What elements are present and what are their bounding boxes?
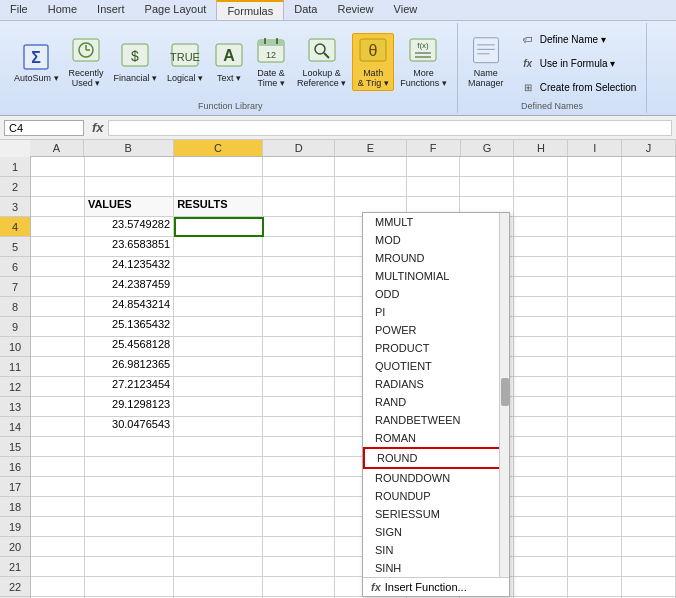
row-header-14[interactable]: 14 — [0, 417, 30, 437]
text-button[interactable]: A Text ▾ — [209, 39, 249, 86]
cell-a11[interactable] — [31, 357, 85, 377]
cell-j13[interactable] — [622, 397, 676, 417]
cell-g2[interactable] — [460, 177, 514, 197]
row-header-6[interactable]: 6 — [0, 257, 30, 277]
cell-d9[interactable] — [263, 317, 335, 337]
row-header-2[interactable]: 2 — [0, 177, 30, 197]
cell-a5[interactable] — [31, 237, 85, 257]
cell-i15[interactable] — [568, 437, 622, 457]
cell-j12[interactable] — [622, 377, 676, 397]
cell-a10[interactable] — [31, 337, 85, 357]
dropdown-item-quotient[interactable]: QUOTIENT — [363, 357, 509, 375]
cell-c1[interactable] — [174, 157, 263, 177]
cell-j10[interactable] — [622, 337, 676, 357]
row-header-12[interactable]: 12 — [0, 377, 30, 397]
cell-f2[interactable] — [407, 177, 461, 197]
cell-i9[interactable] — [568, 317, 622, 337]
cell-c6[interactable] — [174, 257, 263, 277]
cell-d14[interactable] — [263, 417, 335, 437]
cell-h2[interactable] — [514, 177, 568, 197]
cell-d19[interactable] — [263, 517, 335, 537]
col-header-d[interactable]: D — [263, 140, 335, 156]
cell-b5[interactable]: 23.6583851 — [85, 237, 174, 257]
cell-h1[interactable] — [514, 157, 568, 177]
cell-d2[interactable] — [263, 177, 335, 197]
cell-c8[interactable] — [174, 297, 263, 317]
cell-c19[interactable] — [174, 517, 263, 537]
cell-c3[interactable]: RESULTS — [174, 197, 263, 217]
cell-j7[interactable] — [622, 277, 676, 297]
col-header-h[interactable]: H — [514, 140, 568, 156]
name-box[interactable] — [4, 120, 84, 136]
cell-i11[interactable] — [568, 357, 622, 377]
cell-c2[interactable] — [174, 177, 263, 197]
cell-i22[interactable] — [568, 577, 622, 597]
cell-g1[interactable] — [460, 157, 514, 177]
cell-c7[interactable] — [174, 277, 263, 297]
cell-b2[interactable] — [85, 177, 174, 197]
cell-d11[interactable] — [263, 357, 335, 377]
cell-i16[interactable] — [568, 457, 622, 477]
cell-i7[interactable] — [568, 277, 622, 297]
cell-e1[interactable] — [335, 157, 407, 177]
cell-j6[interactable] — [622, 257, 676, 277]
cell-b15[interactable] — [85, 437, 174, 457]
cell-d7[interactable] — [263, 277, 335, 297]
row-header-1[interactable]: 1 — [0, 157, 30, 177]
cell-f1[interactable] — [407, 157, 461, 177]
cell-d10[interactable] — [263, 337, 335, 357]
row-header-8[interactable]: 8 — [0, 297, 30, 317]
cell-a3[interactable] — [31, 197, 85, 217]
cell-i8[interactable] — [568, 297, 622, 317]
cell-h17[interactable] — [514, 477, 568, 497]
cell-h4[interactable] — [514, 217, 568, 237]
cell-c12[interactable] — [174, 377, 263, 397]
cell-j9[interactable] — [622, 317, 676, 337]
cell-d20[interactable] — [263, 537, 335, 557]
formula-input[interactable] — [108, 120, 672, 136]
row-header-10[interactable]: 10 — [0, 337, 30, 357]
cell-d22[interactable] — [263, 577, 335, 597]
cell-i18[interactable] — [568, 497, 622, 517]
row-header-5[interactable]: 5 — [0, 237, 30, 257]
dropdown-item-power[interactable]: POWER — [363, 321, 509, 339]
cell-d3[interactable] — [263, 197, 335, 217]
cell-i17[interactable] — [568, 477, 622, 497]
cell-a7[interactable] — [31, 277, 85, 297]
col-header-f[interactable]: F — [407, 140, 461, 156]
cell-j22[interactable] — [622, 577, 676, 597]
cell-i10[interactable] — [568, 337, 622, 357]
cell-h14[interactable] — [514, 417, 568, 437]
cell-a20[interactable] — [31, 537, 85, 557]
cell-c10[interactable] — [174, 337, 263, 357]
cell-c16[interactable] — [174, 457, 263, 477]
dropdown-item-sin[interactable]: SIN — [363, 541, 509, 559]
col-header-c[interactable]: C — [174, 140, 264, 156]
row-header-15[interactable]: 15 — [0, 437, 30, 457]
cell-i20[interactable] — [568, 537, 622, 557]
cell-c11[interactable] — [174, 357, 263, 377]
cell-a8[interactable] — [31, 297, 85, 317]
tab-formulas[interactable]: Formulas — [216, 0, 284, 20]
row-header-22[interactable]: 22 — [0, 577, 30, 597]
dropdown-item-roundup[interactable]: ROUNDUP — [363, 487, 509, 505]
tab-page-layout[interactable]: Page Layout — [135, 0, 217, 20]
cell-b17[interactable] — [85, 477, 174, 497]
cell-b21[interactable] — [85, 557, 174, 577]
cell-b9[interactable]: 25.1365432 — [85, 317, 174, 337]
cell-i6[interactable] — [568, 257, 622, 277]
use-in-formula-button[interactable]: fx Use in Formula ▾ — [516, 53, 641, 73]
cell-i5[interactable] — [568, 237, 622, 257]
cell-b20[interactable] — [85, 537, 174, 557]
dropdown-item-sign[interactable]: SIGN — [363, 523, 509, 541]
col-header-j[interactable]: J — [622, 140, 676, 156]
cell-d13[interactable] — [263, 397, 335, 417]
tab-data[interactable]: Data — [284, 0, 327, 20]
cell-h13[interactable] — [514, 397, 568, 417]
cell-c17[interactable] — [174, 477, 263, 497]
col-header-i[interactable]: I — [568, 140, 622, 156]
col-header-b[interactable]: B — [84, 140, 174, 156]
cell-j20[interactable] — [622, 537, 676, 557]
row-header-17[interactable]: 17 — [0, 477, 30, 497]
dropdown-item-multinomial[interactable]: MULTINOMIAL — [363, 267, 509, 285]
